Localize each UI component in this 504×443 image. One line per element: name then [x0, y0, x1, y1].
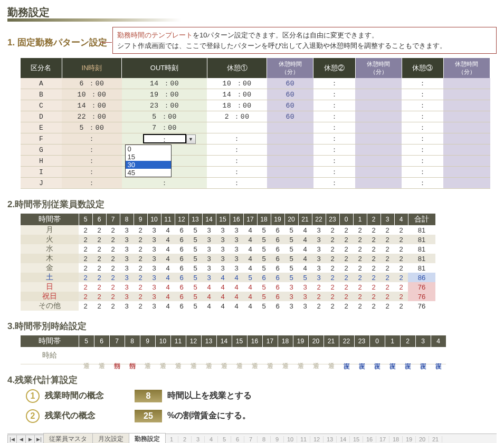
staff-cell[interactable]: 2 [367, 225, 381, 235]
staff-cell[interactable]: 2 [106, 292, 120, 301]
staff-cell[interactable]: 2 [394, 301, 408, 311]
staff-cell[interactable]: 2 [339, 254, 353, 263]
staff-cell[interactable]: 3 [147, 244, 161, 254]
pattern-cell[interactable]: ： [402, 178, 443, 189]
staff-cell[interactable]: 2 [92, 301, 106, 311]
first-icon[interactable]: |◀ [7, 435, 17, 443]
staff-cell[interactable]: 2 [106, 273, 120, 282]
pattern-cell[interactable] [443, 156, 490, 167]
tab-sheet-4[interactable]: 4 [205, 436, 218, 442]
staff-cell[interactable]: 3 [230, 254, 243, 263]
staff-cell[interactable]: 2 [353, 244, 367, 254]
pattern-cell[interactable] [355, 178, 402, 189]
pattern-cell[interactable]: I [21, 167, 62, 178]
staff-cell[interactable]: 4 [161, 263, 175, 273]
pattern-cell[interactable] [355, 122, 402, 133]
staff-cell[interactable]: 2 [339, 301, 353, 311]
staff-cell[interactable]: 5 [188, 235, 202, 244]
staff-cell[interactable]: 4 [161, 292, 175, 301]
pattern-cell[interactable]: 23 ：00 [122, 100, 207, 111]
pattern-cell[interactable]: 60 [267, 78, 313, 89]
staff-cell[interactable]: 4 [202, 282, 216, 292]
staff-cell[interactable]: 2 [394, 244, 408, 254]
pattern-cell[interactable]: ： [313, 178, 355, 189]
staff-cell[interactable]: 2 [92, 282, 106, 292]
pattern-cell[interactable]: 14 ：00 [207, 89, 267, 100]
staff-cell[interactable]: 2 [339, 225, 353, 235]
staff-cell[interactable]: 5 [284, 263, 298, 273]
pattern-cell[interactable]: ： [402, 145, 443, 156]
pattern-cell[interactable] [267, 178, 313, 189]
staff-cell[interactable]: 3 [312, 244, 326, 254]
staff-cell[interactable]: 2 [353, 235, 367, 244]
pattern-cell[interactable]: ： [313, 167, 355, 178]
pattern-cell[interactable]: 2 ：00 [207, 111, 267, 122]
staff-cell[interactable]: 2 [339, 273, 353, 282]
staff-cell[interactable]: 5 [284, 254, 298, 263]
rate-cell[interactable]: 通常 [262, 347, 278, 364]
staff-cell[interactable]: 5 [257, 282, 271, 292]
staff-cell[interactable]: 2 [367, 282, 381, 292]
rate-cell[interactable]: 通常 [308, 347, 324, 364]
staff-cell[interactable]: 4 [216, 282, 230, 292]
tab-sheet-21[interactable]: 21 [429, 436, 442, 442]
staff-cell[interactable]: 3 [230, 263, 243, 273]
staff-cell[interactable]: 3 [202, 244, 216, 254]
staff-cell[interactable]: 2 [367, 244, 381, 254]
staff-cell[interactable]: 3 [147, 292, 161, 301]
pattern-cell[interactable]: ： [207, 167, 267, 178]
pattern-cell[interactable]: ： [62, 167, 121, 178]
staff-cell[interactable]: 2 [79, 292, 92, 301]
staff-cell[interactable]: 4 [216, 273, 230, 282]
staff-cell[interactable]: 3 [120, 292, 134, 301]
tab-sheet-17[interactable]: 17 [376, 436, 389, 442]
staff-cell[interactable]: 4 [216, 301, 230, 311]
staff-cell[interactable]: 2 [134, 282, 147, 292]
pattern-cell[interactable]: B [21, 89, 62, 100]
pattern-cell[interactable]: ： [313, 122, 355, 133]
staff-cell[interactable]: 2 [79, 254, 92, 263]
staff-cell[interactable]: 6 [175, 254, 188, 263]
staff-cell[interactable]: 2 [394, 282, 408, 292]
rate-cell[interactable]: 通常 [201, 347, 216, 364]
staff-cell[interactable]: 2 [367, 254, 381, 263]
overtime-percent-value[interactable]: 25 [135, 410, 162, 422]
pattern-cell[interactable]: 22 ：00 [62, 111, 121, 122]
rate-cell[interactable]: 深夜 [415, 347, 431, 364]
tab-numbers[interactable]: 123456789101112131415161718192021 [165, 436, 442, 442]
staff-cell[interactable]: 2 [394, 263, 408, 273]
pattern-cell[interactable] [267, 156, 313, 167]
staff-cell[interactable]: 2 [381, 282, 394, 292]
staff-cell[interactable]: 6 [271, 225, 284, 235]
staff-cell[interactable]: 3 [120, 273, 134, 282]
staff-cell[interactable]: 4 [243, 263, 257, 273]
dropdown-option[interactable]: 0 [126, 145, 171, 153]
staff-cell[interactable]: 4 [161, 225, 175, 235]
staff-cell[interactable]: 5 [188, 301, 202, 311]
staff-cell[interactable]: 2 [106, 263, 120, 273]
rate-cell[interactable]: 通常 [94, 347, 109, 364]
staff-cell[interactable]: 2 [92, 244, 106, 254]
staff-cell[interactable]: 2 [92, 263, 106, 273]
staff-cell[interactable]: 3 [284, 282, 298, 292]
staff-cell[interactable]: 5 [188, 273, 202, 282]
staff-cell[interactable]: 2 [326, 301, 339, 311]
staff-cell[interactable]: 2 [381, 263, 394, 273]
staff-cell[interactable]: 4 [161, 244, 175, 254]
staff-cell[interactable]: 4 [243, 235, 257, 244]
pattern-cell[interactable]: G [21, 145, 62, 156]
staff-cell[interactable]: 2 [106, 244, 120, 254]
staff-cell[interactable]: 5 [243, 273, 257, 282]
staff-cell[interactable]: 6 [175, 292, 188, 301]
staff-cell[interactable]: 2 [326, 225, 339, 235]
pattern-cell[interactable]: ： [402, 133, 443, 145]
staff-cell[interactable]: 4 [243, 292, 257, 301]
staff-cell[interactable]: 3 [120, 244, 134, 254]
staff-cell[interactable]: 4 [230, 273, 243, 282]
pattern-cell[interactable]: ： [313, 100, 355, 111]
tab-sheet-18[interactable]: 18 [389, 436, 403, 442]
staff-cell[interactable]: 5 [257, 292, 271, 301]
staff-cell[interactable]: 2 [92, 273, 106, 282]
pattern-cell[interactable] [443, 145, 490, 156]
staff-cell[interactable]: 6 [175, 301, 188, 311]
